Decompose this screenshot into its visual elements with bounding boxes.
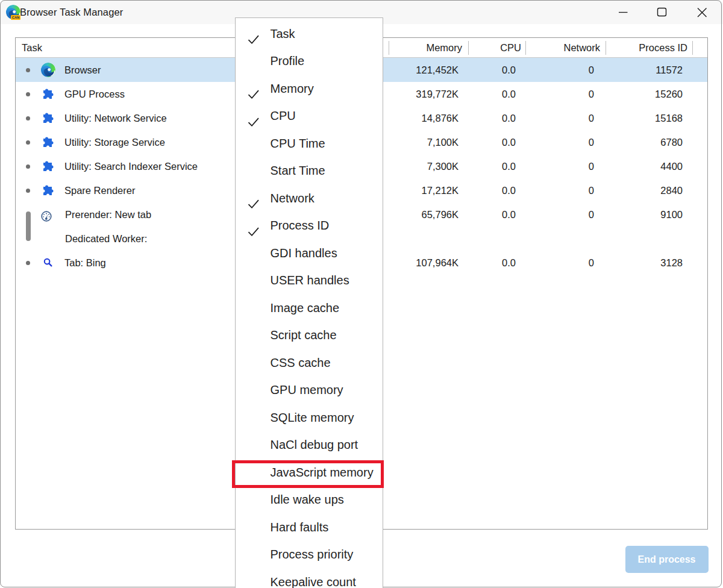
svg-text:CAN: CAN [11,16,19,19]
